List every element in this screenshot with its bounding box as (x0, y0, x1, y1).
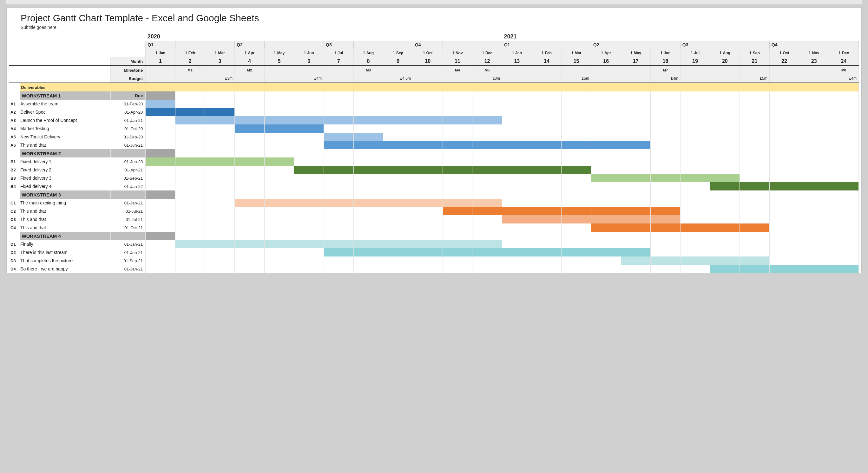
gantt-cell (383, 182, 413, 190)
gantt-cell (175, 141, 205, 149)
date-hdr: 1-Jun (294, 49, 324, 57)
gantt-bar-D2 (621, 248, 651, 257)
gantt-bar-C4 (710, 224, 740, 232)
gantt-cell (442, 108, 472, 116)
gantt-cell (561, 124, 591, 133)
milestone-empty (502, 66, 532, 74)
month-num: 15 (561, 57, 591, 66)
gantt-cell (383, 257, 413, 265)
gantt-cell (532, 124, 561, 133)
gantt-bar-C1 (294, 199, 324, 207)
task-due: 01-Jun-21 (111, 248, 146, 257)
gantt-cell (532, 133, 561, 141)
gantt-cell (651, 199, 681, 207)
task-code: D3 (9, 257, 20, 265)
task-name: So there - we are happy (20, 265, 111, 273)
gantt-cell (294, 248, 324, 257)
year-2021: 2021 (502, 32, 859, 41)
gantt-cell (146, 182, 176, 190)
gantt-cell (442, 124, 472, 133)
gantt-cell (264, 207, 294, 215)
gantt-cell (740, 240, 770, 248)
gantt-cell (442, 182, 472, 190)
date-hdr: 1-Sep (383, 49, 413, 57)
gantt-bar-D2 (413, 248, 442, 257)
gantt-cell (294, 108, 324, 116)
gantt-cell (532, 257, 561, 265)
gantt-cell (680, 166, 710, 174)
gantt-cell (591, 240, 621, 248)
gantt-cell (294, 157, 324, 166)
gantt-cell (769, 240, 799, 248)
task-code: D1 (9, 240, 20, 248)
gantt-cell (413, 124, 442, 133)
gantt-bar-C2 (651, 207, 681, 215)
gantt-cell (621, 157, 651, 166)
gantt-cell (621, 199, 651, 207)
milestone-empty (264, 66, 294, 74)
date-hdr: 1-Dec (472, 49, 502, 57)
gantt-bar-B4 (740, 182, 770, 190)
gantt-bar-B1 (175, 157, 205, 166)
budget-value: £4m (294, 74, 324, 83)
gantt-cell (353, 100, 383, 108)
date-hdr: 1-Apr (235, 49, 265, 57)
gantt-bar-C2 (591, 207, 621, 215)
gantt-cell (383, 100, 413, 108)
gantt-cell (413, 265, 442, 273)
gantt-bar-D2 (324, 248, 354, 257)
gantt-cell (829, 248, 859, 257)
gantt-cell (769, 166, 799, 174)
gantt-cell (799, 100, 829, 108)
gantt-bar-C3 (532, 215, 561, 224)
gantt-cell (502, 199, 532, 207)
gantt-cell (294, 182, 324, 190)
budget-empty (264, 74, 294, 83)
task-name: There is this last stream (20, 248, 111, 257)
task-code: C2 (9, 207, 20, 215)
gantt-cell (353, 224, 383, 232)
gantt-bar-D2 (353, 248, 383, 257)
gantt-cell (621, 100, 651, 108)
due-header: Due (111, 91, 146, 100)
gantt-bar-D1 (383, 240, 413, 248)
gantt-bar-C1 (353, 199, 383, 207)
task-name: Launch the Proof of Concept (20, 116, 111, 124)
gantt-cell (769, 100, 799, 108)
gantt-cell (264, 133, 294, 141)
gantt-cell (710, 100, 740, 108)
budget-empty (353, 74, 383, 83)
gantt-cell (710, 157, 740, 166)
month-num: 21 (740, 57, 770, 66)
gantt-bar-A4 (294, 124, 324, 133)
gantt-bar-A4 (235, 124, 265, 133)
task-code: C4 (9, 224, 20, 232)
gantt-bar-D1 (205, 240, 235, 248)
gantt-cell (829, 157, 859, 166)
month-num: 4 (235, 57, 265, 66)
month-num: 11 (442, 57, 472, 66)
gantt-cell (175, 265, 205, 273)
gantt-bar-D1 (442, 240, 472, 248)
gantt-cell (146, 257, 176, 265)
gantt-cell (472, 174, 502, 182)
gantt-bar-B2 (324, 166, 354, 174)
gantt-bar-C1 (264, 199, 294, 207)
gantt-cell (235, 133, 265, 141)
gantt-bar-C4 (680, 224, 710, 232)
gantt-cell (353, 182, 383, 190)
gantt-cell (621, 108, 651, 116)
gantt-cell (740, 207, 770, 215)
gantt-cell (621, 265, 651, 273)
gantt-cell (740, 141, 770, 149)
gantt-bar-C3 (591, 215, 621, 224)
gantt-cell (235, 224, 265, 232)
task-due: 01-Oct-20 (111, 124, 146, 133)
gantt-cell (175, 100, 205, 108)
task-due: 01-Jan-22 (111, 182, 146, 190)
gantt-cell (324, 207, 354, 215)
gantt-cell (383, 224, 413, 232)
gantt-cell (829, 215, 859, 224)
task-due: 01-Jan-21 (111, 199, 146, 207)
task-name: This and that (20, 224, 111, 232)
